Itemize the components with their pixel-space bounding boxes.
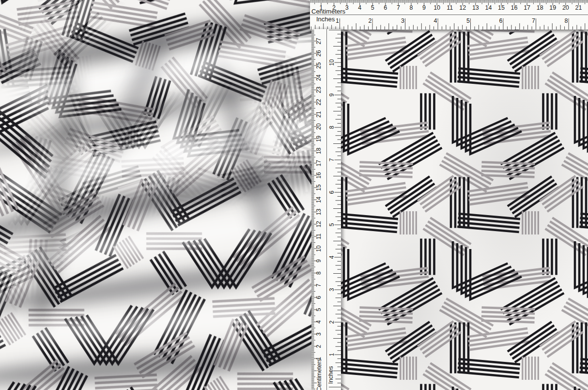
cm-number: 11 bbox=[315, 233, 322, 239]
centimeters-label: Centimeters bbox=[311, 8, 346, 15]
inches-label: Inches bbox=[316, 16, 335, 23]
inch-number: 7 bbox=[532, 17, 535, 24]
fabric-pattern-flat bbox=[312, 29, 588, 390]
cm-number: 14 bbox=[485, 4, 492, 11]
cm-number: 27 bbox=[315, 38, 322, 45]
cm-number: 2 bbox=[315, 344, 322, 348]
cm-number: 19 bbox=[549, 4, 556, 11]
cm-number: 8 bbox=[410, 4, 413, 11]
inch-number: 10 bbox=[328, 59, 335, 66]
fabric-pattern-layer bbox=[0, 0, 312, 390]
flat-fabric-swatch bbox=[312, 29, 588, 390]
cm-number: 9 bbox=[422, 4, 426, 11]
horizontal-ruler: 123456789101112131415161718192021Centime… bbox=[310, 0, 588, 30]
cm-number: 15 bbox=[498, 4, 505, 11]
cm-number: 8 bbox=[315, 271, 322, 275]
cm-number: 16 bbox=[315, 172, 322, 179]
cm-number: 10 bbox=[433, 4, 440, 11]
cm-number: 6 bbox=[315, 296, 322, 299]
cm-number: 7 bbox=[315, 283, 322, 287]
cm-number: 15 bbox=[315, 184, 322, 191]
cm-number: 9 bbox=[315, 259, 322, 263]
cm-number: 3 bbox=[345, 4, 349, 11]
inches-label: Inches bbox=[327, 366, 334, 384]
cm-number: 18 bbox=[315, 148, 322, 155]
cm-number: 20 bbox=[315, 123, 322, 130]
draped-fabric-photo bbox=[0, 0, 312, 390]
inch-number: 2 bbox=[328, 320, 335, 324]
cm-number: 20 bbox=[562, 4, 569, 11]
cm-number: 17 bbox=[315, 160, 322, 167]
inch-number: 4 bbox=[434, 17, 437, 24]
cm-number: 14 bbox=[315, 196, 322, 203]
cm-number: 10 bbox=[315, 245, 322, 252]
fabric-product-photo: 123456789101112131415161718192021Centime… bbox=[0, 0, 588, 390]
inch-number: 1 bbox=[328, 353, 335, 356]
cm-number: 12 bbox=[459, 4, 466, 11]
inch-number: 5 bbox=[466, 17, 470, 24]
cm-number: 4 bbox=[315, 320, 322, 324]
cm-number: 16 bbox=[511, 4, 518, 11]
cm-number: 19 bbox=[315, 135, 322, 142]
inch-number: 5 bbox=[328, 223, 335, 226]
cm-number: 21 bbox=[315, 111, 322, 118]
inch-number: 6 bbox=[499, 17, 503, 24]
cm-number: 26 bbox=[315, 50, 322, 57]
cm-number: 3 bbox=[315, 332, 322, 336]
cm-number: 5 bbox=[371, 4, 374, 11]
cm-number: 12 bbox=[315, 221, 322, 228]
inch-number: 8 bbox=[565, 17, 568, 24]
inch-number: 3 bbox=[328, 288, 335, 291]
cm-number: 25 bbox=[315, 62, 322, 69]
centimeters-label: Centimeters bbox=[316, 359, 323, 390]
cm-number: 21 bbox=[575, 4, 582, 11]
inch-number: 7 bbox=[328, 158, 335, 161]
cm-number: 24 bbox=[315, 74, 322, 81]
inch-number: 1 bbox=[336, 17, 339, 24]
cm-number: 5 bbox=[315, 308, 322, 312]
inch-number: 2 bbox=[369, 17, 372, 24]
cm-number: 23 bbox=[315, 87, 322, 94]
cm-number: 22 bbox=[315, 99, 322, 106]
cm-number: 17 bbox=[524, 4, 530, 11]
cm-number: 7 bbox=[397, 4, 400, 11]
cm-number: 6 bbox=[384, 4, 387, 11]
cm-number: 18 bbox=[537, 4, 543, 11]
inch-number: 6 bbox=[328, 190, 335, 194]
vertical-ruler: 2726252423222120191817161514131211109876… bbox=[311, 29, 341, 390]
cm-number: 13 bbox=[472, 4, 479, 11]
cm-number: 11 bbox=[447, 4, 453, 11]
inch-number: 9 bbox=[328, 93, 335, 96]
inch-number: 4 bbox=[328, 255, 335, 259]
cm-number: 13 bbox=[315, 209, 322, 216]
cm-number: 4 bbox=[358, 4, 361, 11]
inch-number: 3 bbox=[401, 17, 404, 24]
inch-number: 8 bbox=[328, 125, 335, 129]
